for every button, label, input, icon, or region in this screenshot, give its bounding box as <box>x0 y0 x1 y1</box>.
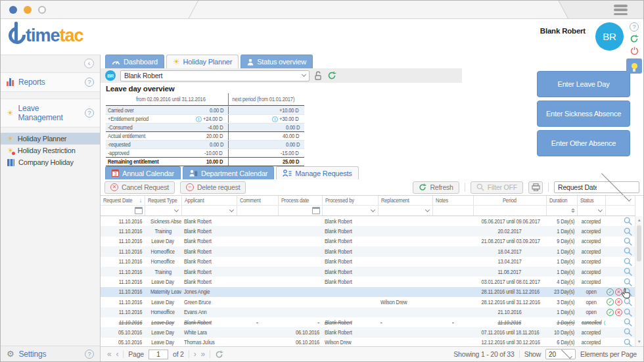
tab-status-overview[interactable]: Status overview <box>241 55 313 68</box>
sidebar-item-holiday-restriction[interactable]: ☀ Holiday Restriction <box>1 145 100 156</box>
refresh-user-icon[interactable] <box>327 71 336 80</box>
tab-dashboard[interactable]: Dashboard <box>105 55 164 68</box>
vertical-scrollbar[interactable]: ▲ ▼ <box>635 216 643 346</box>
approve-request-icon[interactable]: ✓ <box>607 309 614 316</box>
number-spinner-icon[interactable] <box>571 208 575 213</box>
sidebar-item-holiday-planner[interactable]: ☀ Holiday Planner <box>1 133 100 145</box>
view-details-icon[interactable] <box>624 267 632 276</box>
chevron-down-icon[interactable] <box>173 207 178 212</box>
sidebar-section-reports[interactable]: Reports ? <box>1 72 100 92</box>
refresh-button[interactable]: Refresh <box>413 181 459 194</box>
scroll-up-icon[interactable]: ▲ <box>635 217 643 224</box>
chevron-down-icon[interactable] <box>370 207 375 212</box>
filter-request-date[interactable] <box>101 206 145 216</box>
filter-process-date[interactable] <box>278 206 322 216</box>
table-row[interactable]: 11.10.2016HomeofficeBlank RobertBlank Ro… <box>101 257 635 267</box>
approve-request-icon[interactable]: ✓ <box>607 298 614 305</box>
column-header-replacement[interactable]: Replacement <box>378 196 432 206</box>
reload-list-icon[interactable] <box>215 350 223 359</box>
chevron-down-icon[interactable] <box>425 207 429 212</box>
table-row[interactable]: 11.10.2016Leave DayBlank Robert--Blank R… <box>101 317 635 327</box>
sort-order-dropdown[interactable]: Request Date, Request Type <box>554 181 639 193</box>
scroll-down-icon[interactable]: ▼ <box>635 338 643 346</box>
sidebar-item-settings[interactable]: ⚙ Settings ? <box>1 346 100 361</box>
view-details-icon[interactable] <box>624 227 632 236</box>
approve-request-icon[interactable]: ✓ <box>607 288 614 296</box>
column-header-comment[interactable]: Comment <box>237 196 278 206</box>
info-icon[interactable]: i <box>604 320 605 326</box>
info-icon[interactable]: i <box>196 116 202 122</box>
last-page-icon[interactable]: » <box>201 351 205 357</box>
reject-request-icon[interactable]: ✕ <box>615 309 622 316</box>
cancel-request-button[interactable]: ✕ Cancel Request <box>104 181 175 194</box>
table-row[interactable]: 11.10.2016Leave DayGreen BruceWilson Dre… <box>101 297 635 307</box>
sidebar-item-company-holiday[interactable]: Company Holiday <box>1 156 100 168</box>
view-details-icon[interactable] <box>624 258 632 266</box>
column-header-notes[interactable]: Notes <box>432 196 473 206</box>
calendar-icon[interactable] <box>312 207 320 214</box>
filter-status[interactable] <box>577 206 605 216</box>
help-icon[interactable]: ? <box>85 350 94 359</box>
view-details-icon[interactable] <box>624 278 632 286</box>
table-row[interactable]: 11.10.2016Leave DayBlank RobertBlank Rob… <box>101 237 635 246</box>
filter-duration[interactable] <box>546 206 577 216</box>
previous-page-icon[interactable]: ‹ <box>116 351 118 357</box>
column-header-processed-by[interactable]: Processed by <box>322 196 378 206</box>
enter-other-absence-button[interactable]: Enter Other Absence <box>537 130 630 156</box>
reject-request-icon[interactable]: ✕ <box>615 298 622 305</box>
scrollbar-thumb[interactable] <box>637 225 641 261</box>
column-header-applicant[interactable]: Applicant <box>181 196 237 206</box>
tab-holiday-planner[interactable]: ☀ Holiday Planner <box>166 55 239 68</box>
page-number-input[interactable] <box>149 350 168 359</box>
table-row[interactable]: 11.10.2016Maternity LeaveJones Angie28.1… <box>101 287 635 297</box>
table-row[interactable]: 11.10.2016TrainingBlank RobertBlank Robe… <box>101 226 635 236</box>
column-header-period[interactable]: Period <box>473 196 546 206</box>
view-details-icon[interactable] <box>624 328 632 336</box>
filter-period[interactable] <box>473 206 546 216</box>
column-header-request-date[interactable]: Request Date↓ <box>101 196 145 206</box>
column-header-status[interactable]: Status <box>577 196 605 206</box>
tab-annual-calendar[interactable]: 3 Annual Calendar <box>105 166 181 179</box>
first-page-icon[interactable]: « <box>107 351 111 357</box>
view-details-icon[interactable] <box>624 217 632 225</box>
lightbulb-icon[interactable] <box>626 58 642 74</box>
filter-replacement[interactable] <box>378 206 432 216</box>
delete-request-button[interactable]: − Delete request <box>180 181 246 194</box>
sidebar-section-leave-management[interactable]: ☀ Leave Management ? <box>1 99 100 127</box>
column-header-request-type[interactable]: Request Type <box>145 196 181 206</box>
help-icon[interactable]: ? <box>628 22 641 32</box>
window-control-maximize[interactable] <box>38 6 46 14</box>
filter-off-button[interactable]: Filter OFF <box>471 181 523 194</box>
page-size-dropdown[interactable]: 20 <box>545 349 576 359</box>
table-row[interactable]: 11.10.2016TrainingBlank RobertBlank Robe… <box>101 267 635 277</box>
tab-manage-requests[interactable]: Manage Requests <box>276 166 358 179</box>
window-control-close[interactable] <box>9 6 17 14</box>
table-row[interactable]: 11.10.2016HomeofficeBlank RobertBlank Ro… <box>101 246 635 256</box>
chevron-down-icon[interactable] <box>597 207 602 212</box>
table-row[interactable]: 11.10.2016HomeofficeEvans Ann21.10.20161… <box>101 307 635 317</box>
calendar-icon[interactable] <box>135 207 143 214</box>
power-icon[interactable] <box>628 45 641 56</box>
next-page-icon[interactable]: › <box>194 351 196 357</box>
enter-leave-day-button[interactable]: Enter Leave Day <box>537 71 630 97</box>
info-icon[interactable]: i <box>272 116 278 122</box>
user-avatar[interactable]: BR <box>595 22 624 51</box>
user-select-dropdown[interactable]: Blank Robert <box>120 70 310 81</box>
view-details-icon[interactable] <box>624 338 632 347</box>
view-details-icon[interactable] <box>624 298 632 306</box>
column-header-duration[interactable]: Duration <box>546 196 577 206</box>
view-details-icon[interactable] <box>624 247 632 256</box>
filter-applicant[interactable] <box>181 206 237 216</box>
refresh-icon[interactable] <box>628 34 641 44</box>
print-button[interactable] <box>528 181 543 194</box>
unlock-icon[interactable] <box>314 71 323 80</box>
table-row[interactable]: 11.10.2016Sickness Abse...Blank RobertBl… <box>101 216 635 227</box>
view-details-icon[interactable] <box>624 288 632 296</box>
sidebar-collapse-icon[interactable]: ‹ <box>84 58 94 68</box>
view-details-icon[interactable] <box>624 308 632 317</box>
view-details-icon[interactable] <box>624 318 632 327</box>
column-header-process-date[interactable]: Process date <box>278 196 322 206</box>
table-row[interactable]: 05.10.2016Leave DayWhite Lara06.10.2016B… <box>101 327 635 337</box>
help-icon[interactable]: ? <box>85 78 94 87</box>
help-icon[interactable]: ? <box>85 108 94 118</box>
